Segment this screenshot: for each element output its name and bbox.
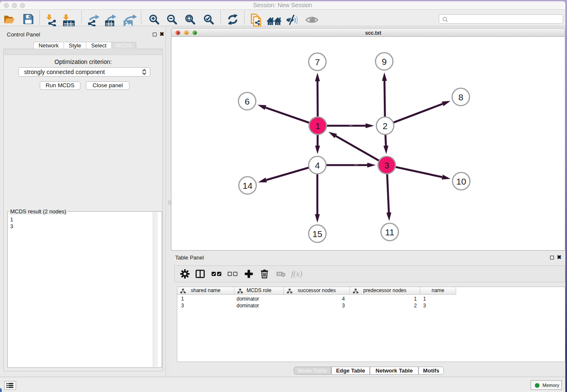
- svg-text:9: 9: [382, 57, 387, 66]
- svg-text:10: 10: [456, 177, 466, 186]
- svg-text:3: 3: [384, 160, 389, 170]
- svg-text:1: 1: [315, 121, 320, 131]
- svg-text:15: 15: [312, 229, 322, 239]
- svg-text:4: 4: [315, 160, 320, 170]
- svg-text:2: 2: [383, 121, 388, 131]
- svg-text:8: 8: [458, 92, 463, 102]
- svg-text:7: 7: [315, 57, 320, 67]
- svg-text:14: 14: [242, 181, 253, 190]
- svg-text:11: 11: [385, 227, 394, 237]
- svg-text:6: 6: [245, 97, 250, 106]
